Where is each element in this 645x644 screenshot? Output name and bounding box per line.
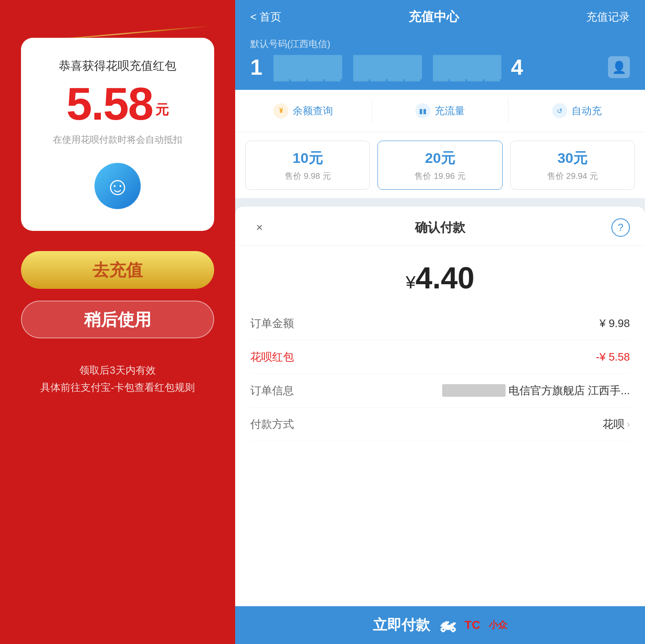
order-info-value: ██████ 电信官方旗舰店 江西手... xyxy=(442,383,630,398)
top-nav: < 首页 充值中心 充值记录 xyxy=(235,0,645,34)
footer-line2: 具体前往支付宝-卡包查看红包规则 xyxy=(40,379,195,396)
amount-20: 20元 xyxy=(383,149,497,168)
footer-line1: 领取后3天内有效 xyxy=(40,362,195,379)
action-balance[interactable]: ¥ 余额查询 xyxy=(235,98,372,123)
modal-help-button[interactable]: ? xyxy=(611,218,630,237)
left-panel: 恭喜获得花呗充值红包 5.58 元 在使用花呗付款时将会自动抵扣 ☺ 去充值 稍… xyxy=(0,0,235,644)
shaohou-button[interactable]: 稍后使用 xyxy=(21,301,214,338)
huabei-discount-row: 花呗红包 -¥ 5.58 xyxy=(250,340,630,374)
action-flow[interactable]: ▮▮ 充流量 xyxy=(372,98,509,123)
card-subtitle: 在使用花呗付款时将会自动抵扣 xyxy=(53,134,182,146)
payment-method-value: 花呗 › xyxy=(603,417,630,432)
phone-avatar[interactable]: 👤 xyxy=(608,56,630,78)
action-auto-label: 自动充 xyxy=(572,104,602,118)
order-amount-value: ¥ 9.98 xyxy=(600,317,630,330)
modal-close-button[interactable]: × xyxy=(250,218,269,237)
right-panel: < 首页 充值中心 充值记录 默认号码(江西电信) 1 ████ ████ ██… xyxy=(235,0,645,644)
amount-card-30[interactable]: 30元 售价 29.94 元 xyxy=(510,141,635,190)
balance-icon: ¥ xyxy=(273,103,288,118)
action-balance-label: 余额查询 xyxy=(293,104,333,118)
phone-blur-3: ████ xyxy=(433,55,501,79)
chevron-right-icon: › xyxy=(627,419,630,430)
payment-amount: ¥4.40 xyxy=(235,246,645,307)
red-packet-amount: 5.58 xyxy=(66,81,153,127)
action-auto[interactable]: ↺ 自动充 xyxy=(509,98,645,123)
nav-right-link[interactable]: 充值记录 xyxy=(586,10,630,24)
phone-blur-1: ████ xyxy=(273,55,342,79)
payment-yuan-sign: ¥ xyxy=(406,272,415,292)
huabei-logo: ☺ xyxy=(94,163,141,209)
pay-now-button[interactable]: 立即付款 🏍 TC 小众 xyxy=(235,606,645,644)
card-title: 恭喜获得花呗充值红包 xyxy=(59,58,176,74)
recharge-amounts: 10元 售价 9.98 元 20元 售价 19.96 元 30元 售价 29.9… xyxy=(235,132,645,198)
nav-back-button[interactable]: < 首页 xyxy=(250,10,281,24)
order-info-shop: 电信官方旗舰店 江西手... xyxy=(509,384,630,397)
huabei-icon: ☺ xyxy=(105,172,130,201)
footer-text: 领取后3天内有效 具体前往支付宝-卡包查看红包规则 xyxy=(40,362,195,396)
huabei-discount-value: -¥ 5.58 xyxy=(596,351,630,364)
amount-row: 5.58 元 xyxy=(66,81,169,127)
payment-method-label: 付款方式 xyxy=(250,417,294,432)
watermark-label: 小众 xyxy=(489,619,507,631)
chongzhi-button[interactable]: 去充值 xyxy=(21,251,214,289)
amount-card-20[interactable]: 20元 售价 19.96 元 xyxy=(378,141,502,190)
order-amount-label: 订单金额 xyxy=(250,316,294,331)
modal-title: 确认付款 xyxy=(269,219,611,236)
pay-now-label: 立即付款 xyxy=(373,615,430,635)
order-info-blur: ██████ xyxy=(442,384,506,397)
amount-card-10[interactable]: 10元 售价 9.98 元 xyxy=(245,141,370,190)
order-info-label: 订单信息 xyxy=(250,383,294,398)
sale-30: 售价 29.94 元 xyxy=(516,170,629,182)
phone-label: 默认号码(江西电信) xyxy=(250,38,630,50)
order-amount-row: 订单金额 ¥ 9.98 xyxy=(250,307,630,340)
pay-btn-decoration: 🏍 xyxy=(438,615,456,635)
avatar-icon: 👤 xyxy=(612,60,627,74)
sale-10: 售价 9.98 元 xyxy=(251,170,364,182)
red-packet-card: 恭喜获得花呗充值红包 5.58 元 在使用花呗付款时将会自动抵扣 ☺ xyxy=(21,38,214,231)
order-info-row: 订单信息 ██████ 电信官方旗舰店 江西手... xyxy=(250,374,630,408)
modal-header: × 确认付款 ? xyxy=(235,207,645,246)
phone-blur-2: ████ xyxy=(353,55,422,79)
flow-icon: ▮▮ xyxy=(415,103,430,118)
payment-amount-value: 4.40 xyxy=(416,261,475,295)
amount-30: 30元 xyxy=(516,149,629,168)
sale-20: 售价 19.96 元 xyxy=(383,170,497,182)
huabei-discount-label: 花呗红包 xyxy=(250,350,294,364)
payment-details: 订单金额 ¥ 9.98 花呗红包 -¥ 5.58 订单信息 ██████ 电信官… xyxy=(235,307,645,441)
payment-method-name: 花呗 xyxy=(603,417,624,432)
nav-title: 充值中心 xyxy=(409,8,459,26)
payment-method-row[interactable]: 付款方式 花呗 › xyxy=(250,408,630,441)
quick-actions: ¥ 余额查询 ▮▮ 充流量 ↺ 自动充 xyxy=(235,90,645,132)
yuan-unit: 元 xyxy=(155,101,169,119)
auto-icon: ↺ xyxy=(552,103,567,118)
payment-modal: × 确认付款 ? ¥4.40 订单金额 ¥ 9.98 花呗红包 -¥ 5.58 … xyxy=(235,207,645,644)
phone-number: 1 ████ ████ ████ 4 xyxy=(250,55,525,80)
amount-10: 10元 xyxy=(251,149,364,168)
phone-row: 1 ████ ████ ████ 4 👤 xyxy=(250,55,630,80)
action-flow-label: 充流量 xyxy=(435,104,465,118)
pay-btn-container: 立即付款 🏍 TC 小众 xyxy=(235,598,645,644)
phone-section: 默认号码(江西电信) 1 ████ ████ ████ 4 👤 xyxy=(235,34,645,90)
watermark-tc: TC xyxy=(464,618,480,632)
